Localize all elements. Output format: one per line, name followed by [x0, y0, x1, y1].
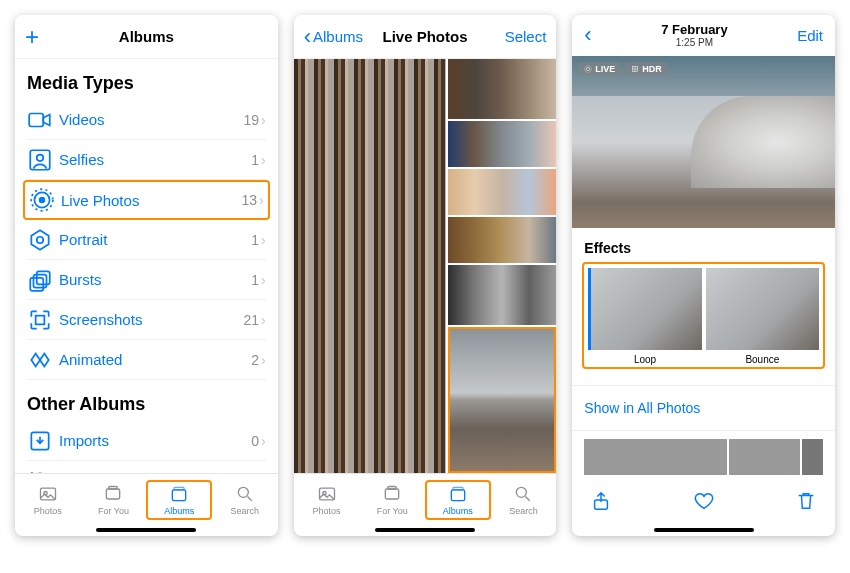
- chevron-right-icon: ›: [261, 112, 266, 128]
- svg-rect-23: [451, 489, 464, 500]
- chevron-left-icon: ‹: [584, 22, 591, 47]
- section-other-albums: Other Albums: [27, 394, 266, 415]
- row-portrait[interactable]: Portrait 1 ›: [27, 220, 266, 260]
- chevron-right-icon: ›: [261, 272, 266, 288]
- effects-row: Loop Bounce: [582, 262, 825, 369]
- svg-rect-22: [388, 486, 396, 489]
- tab-search[interactable]: Search: [491, 484, 557, 516]
- svg-rect-21: [385, 489, 398, 499]
- nav-title: Live Photos: [364, 28, 487, 45]
- effects-heading: Effects: [584, 240, 823, 256]
- svg-rect-16: [172, 489, 185, 500]
- chevron-right-icon: ›: [261, 352, 266, 368]
- related-thumbs: [572, 431, 835, 483]
- svg-rect-14: [107, 489, 120, 499]
- effect-preview: [588, 268, 701, 350]
- home-indicator: [15, 523, 278, 536]
- tab-albums[interactable]: Albums: [146, 480, 212, 520]
- row-videos[interactable]: Videos 19 ›: [27, 100, 266, 140]
- burst-icon: [27, 267, 53, 293]
- favorite-button[interactable]: [693, 490, 715, 516]
- chevron-right-icon: ›: [259, 192, 264, 208]
- nav-bar: ‹ 7 February 1:25 PM Edit: [572, 15, 835, 56]
- photo-thumb[interactable]: [584, 439, 726, 475]
- tab-search[interactable]: Search: [212, 484, 278, 516]
- portrait-icon: [27, 227, 53, 253]
- live-badge: LIVE: [578, 62, 621, 76]
- chevron-right-icon: ›: [261, 433, 266, 449]
- effect-preview: [706, 268, 819, 350]
- photo-thumb[interactable]: [802, 439, 823, 475]
- photo-thumb[interactable]: [448, 59, 556, 119]
- show-in-all-photos-link[interactable]: Show in All Photos: [572, 385, 835, 431]
- svg-rect-17: [174, 487, 184, 490]
- screenshot-icon: [27, 307, 53, 333]
- share-button[interactable]: [590, 490, 612, 516]
- photo-thumb[interactable]: [294, 59, 446, 473]
- live-photos-album-screen: ‹Albums Live Photos Select Photos For Yo…: [294, 15, 557, 536]
- selfie-icon: [27, 147, 53, 173]
- row-imports[interactable]: Imports 0 ›: [27, 421, 266, 461]
- select-button[interactable]: Select: [486, 28, 546, 45]
- row-hidden[interactable]: Hidden 0 ›: [27, 461, 266, 473]
- photo-thumb-selected[interactable]: [448, 327, 556, 473]
- photo-preview[interactable]: LIVE HDR: [572, 56, 835, 228]
- photo-thumb[interactable]: [448, 217, 556, 263]
- delete-button[interactable]: [795, 490, 817, 516]
- home-indicator: [294, 523, 557, 536]
- row-bursts[interactable]: Bursts 1 ›: [27, 260, 266, 300]
- add-button[interactable]: +: [25, 23, 39, 51]
- bottom-toolbar: [572, 483, 835, 524]
- photo-thumb[interactable]: [448, 265, 556, 325]
- hdr-badge: HDR: [625, 62, 668, 76]
- back-button[interactable]: ‹Albums: [304, 24, 364, 50]
- albums-screen: + Albums Media Types Videos 19 › Selfies…: [15, 15, 278, 536]
- chevron-right-icon: ›: [261, 152, 266, 168]
- tab-photos[interactable]: Photos: [294, 484, 360, 516]
- effect-loop[interactable]: Loop: [588, 268, 701, 365]
- nav-bar: + Albums: [15, 15, 278, 59]
- albums-content: Media Types Videos 19 › Selfies 1 › Live…: [15, 59, 278, 473]
- photo-thumb[interactable]: [448, 169, 556, 215]
- nav-title: 7 February 1:25 PM: [592, 22, 797, 48]
- edit-button[interactable]: Edit: [797, 27, 823, 44]
- tab-bar: Photos For You Albums Search: [15, 473, 278, 523]
- photo-detail-screen: ‹ 7 February 1:25 PM Edit LIVE HDR Effec…: [572, 15, 835, 536]
- svg-point-18: [238, 487, 248, 497]
- photo-grid: [294, 59, 557, 473]
- chevron-right-icon: ›: [261, 232, 266, 248]
- nav-title: Albums: [85, 28, 208, 45]
- svg-rect-1: [30, 150, 50, 170]
- svg-point-3: [39, 197, 46, 204]
- svg-point-6: [37, 236, 44, 243]
- svg-point-27: [585, 66, 592, 73]
- chevron-right-icon: ›: [261, 312, 266, 328]
- live-photo-icon: [29, 187, 55, 213]
- chevron-left-icon: ‹: [304, 24, 311, 50]
- tab-for-you[interactable]: For You: [359, 484, 425, 516]
- tab-bar: Photos For You Albums Search: [294, 473, 557, 523]
- tab-for-you[interactable]: For You: [81, 484, 147, 516]
- row-live-photos[interactable]: Live Photos 13 ›: [23, 180, 270, 220]
- row-selfies[interactable]: Selfies 1 ›: [27, 140, 266, 180]
- photo-thumb[interactable]: [448, 121, 556, 167]
- import-icon: [27, 428, 53, 454]
- svg-point-26: [587, 67, 590, 70]
- svg-rect-8: [34, 274, 47, 287]
- svg-rect-15: [109, 486, 117, 489]
- photo-thumb[interactable]: [729, 439, 800, 475]
- home-indicator: [572, 524, 835, 536]
- row-screenshots[interactable]: Screenshots 21 ›: [27, 300, 266, 340]
- tab-albums[interactable]: Albums: [425, 480, 491, 520]
- tab-photos[interactable]: Photos: [15, 484, 81, 516]
- animated-icon: [27, 347, 53, 373]
- photo-badges: LIVE HDR: [578, 62, 668, 76]
- row-animated[interactable]: Animated 2 ›: [27, 340, 266, 380]
- svg-point-2: [37, 154, 44, 161]
- effect-bounce[interactable]: Bounce: [706, 268, 819, 365]
- svg-rect-24: [453, 487, 463, 490]
- back-button[interactable]: ‹: [584, 22, 591, 48]
- svg-rect-0: [29, 113, 43, 126]
- section-media-types: Media Types: [27, 73, 266, 94]
- video-icon: [27, 107, 53, 133]
